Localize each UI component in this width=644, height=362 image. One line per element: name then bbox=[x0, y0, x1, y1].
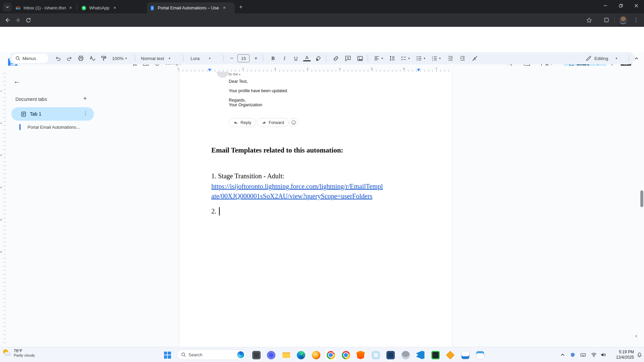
collapse-panel-button[interactable]: ‹ bbox=[635, 333, 637, 339]
sidebar-tab-1[interactable]: Tab 1 bbox=[11, 107, 94, 121]
tab-options-icon[interactable]: ⋮ bbox=[83, 111, 88, 116]
line-spacing-button[interactable] bbox=[388, 54, 396, 63]
doc-list-item-2[interactable]: 2. bbox=[211, 207, 216, 215]
google-docs-icon bbox=[150, 5, 155, 11]
forward-button[interactable] bbox=[14, 16, 22, 24]
toolbar-divider bbox=[223, 55, 224, 62]
taskbar-app-terminal[interactable] bbox=[460, 349, 471, 361]
taskbar-app-file-explorer[interactable] bbox=[280, 349, 292, 361]
add-comment-button[interactable] bbox=[343, 54, 352, 63]
align-button[interactable]: ▾ bbox=[372, 54, 384, 63]
taskbar-app-photos[interactable] bbox=[370, 349, 381, 361]
tab-close-icon[interactable]: ✕ bbox=[112, 5, 117, 11]
vertical-ruler[interactable] bbox=[4, 73, 6, 345]
tab-whatsapp[interactable]: WhatsApp ✕ bbox=[78, 2, 138, 13]
extensions-button[interactable] bbox=[602, 16, 610, 24]
chevron-down-icon: ▾ bbox=[125, 57, 127, 60]
notifications-button[interactable] bbox=[636, 351, 643, 358]
decrease-font-size-button[interactable]: − bbox=[228, 54, 235, 63]
insert-link-button[interactable] bbox=[331, 54, 340, 63]
right-indent-marker[interactable] bbox=[417, 69, 420, 71]
menus-search-button[interactable]: Menus bbox=[12, 54, 48, 63]
insert-image-button[interactable] bbox=[356, 54, 364, 63]
taskbar-app-contacts[interactable] bbox=[400, 349, 411, 361]
zoom-select[interactable]: 100%▾ bbox=[112, 54, 127, 63]
tray-touch-keyboard[interactable] bbox=[579, 351, 587, 358]
tab-google-docs-active[interactable]: Portal Email Automations – Use ✕ bbox=[147, 2, 235, 13]
taskbar-app-chrome-active[interactable] bbox=[325, 349, 336, 361]
window-maximize-button[interactable] bbox=[613, 0, 629, 11]
ruler-number: 1 bbox=[242, 67, 244, 70]
new-tab-button[interactable]: + bbox=[237, 3, 245, 11]
scrollbar-thumb[interactable] bbox=[640, 190, 643, 207]
increase-indent-button[interactable] bbox=[458, 54, 467, 63]
taskbar-search[interactable]: Search bbox=[177, 349, 247, 360]
tab-close-icon[interactable]: ✕ bbox=[222, 5, 227, 11]
weather-condition: Partly cloudy bbox=[14, 353, 35, 357]
taskbar-app-firefox[interactable] bbox=[310, 349, 322, 361]
chrome-icon bbox=[342, 351, 350, 359]
hidden-icons-button[interactable] bbox=[559, 351, 566, 358]
add-tab-button[interactable]: + bbox=[83, 95, 87, 102]
left-indent-marker[interactable] bbox=[208, 69, 211, 71]
window-minimize-button[interactable] bbox=[598, 0, 613, 11]
window-close-button[interactable] bbox=[629, 0, 644, 11]
diamond-app-icon bbox=[446, 351, 455, 360]
checklist-button[interactable]: ▾ bbox=[399, 54, 411, 63]
doc-link-line-2[interactable]: ate/00XJQ000001sSoX2AU/view?queryScope=u… bbox=[211, 192, 372, 200]
forward-arrow-icon bbox=[262, 120, 266, 125]
outline-item[interactable]: Portal Email Automations... bbox=[28, 125, 80, 130]
taskbar-app-edge[interactable] bbox=[295, 349, 307, 361]
spell-check-button[interactable] bbox=[88, 54, 97, 63]
font-size-input[interactable]: 15 bbox=[237, 54, 250, 63]
reload-button[interactable] bbox=[24, 16, 32, 24]
taskbar-app-chat[interactable] bbox=[265, 349, 277, 361]
taskbar-clock[interactable]: 5:19 PM 12/4/2025 bbox=[606, 349, 634, 360]
print-button[interactable] bbox=[76, 54, 85, 63]
taskbar-app-pycharm[interactable] bbox=[430, 349, 441, 361]
paint-format-button[interactable] bbox=[99, 54, 108, 63]
bulleted-list-button[interactable]: ▾ bbox=[415, 54, 427, 63]
taskbar-app-drawio[interactable] bbox=[444, 349, 456, 361]
undo-button[interactable] bbox=[54, 54, 62, 63]
weather-widget[interactable]: 76°F Partly cloudy bbox=[3, 349, 35, 357]
taskbar-app-mail[interactable] bbox=[385, 349, 396, 361]
tab-gmail[interactable]: Inbox (1) - ishann.tforce@gmai ✕ bbox=[13, 2, 75, 13]
decrease-indent-button[interactable] bbox=[446, 54, 455, 63]
bookmark-star-button[interactable] bbox=[585, 16, 593, 24]
document-page[interactable]: to me ▾ Dear Test, Your profile have bee… bbox=[179, 72, 452, 347]
numbered-list-button[interactable]: 123 ▾ bbox=[430, 54, 442, 63]
bold-button[interactable]: B bbox=[269, 54, 277, 63]
underline-button[interactable]: U bbox=[292, 54, 300, 63]
editing-mode-select[interactable]: Editing ▾ bbox=[580, 54, 623, 63]
redo-button[interactable] bbox=[65, 54, 74, 63]
italic-button[interactable]: I bbox=[280, 54, 288, 63]
tab-search-button[interactable] bbox=[3, 3, 12, 11]
sidebar-back-button[interactable]: ← bbox=[13, 77, 20, 85]
pencil-icon bbox=[586, 56, 591, 61]
taskbar-app-snipping-tool[interactable] bbox=[251, 349, 262, 361]
highlight-color-button[interactable] bbox=[314, 54, 323, 63]
star-icon bbox=[586, 17, 592, 23]
browser-profile-avatar[interactable] bbox=[619, 16, 627, 24]
doc-link-line-1[interactable]: https://isijoftoronto.lightning.force.co… bbox=[211, 183, 383, 190]
back-button[interactable] bbox=[3, 16, 11, 24]
collapse-toolbar-button[interactable] bbox=[632, 54, 641, 63]
notepad-icon bbox=[476, 351, 484, 359]
increase-font-size-button[interactable]: + bbox=[252, 54, 260, 63]
taskbar-app-brave[interactable] bbox=[355, 349, 366, 361]
paragraph-style-select[interactable]: Normal text▾ bbox=[141, 54, 170, 63]
clear-formatting-button[interactable]: A bbox=[470, 54, 479, 63]
tray-security-shield[interactable] bbox=[569, 351, 576, 358]
wifi-button[interactable] bbox=[590, 351, 598, 358]
text-color-button[interactable]: A bbox=[303, 55, 311, 61]
font-select[interactable]: Lora▾ bbox=[191, 54, 211, 63]
doc-heading[interactable]: Email Templates related to this automati… bbox=[211, 146, 343, 155]
taskbar-app-vscode[interactable] bbox=[415, 349, 426, 361]
taskbar-app-chrome-profile-2[interactable] bbox=[340, 349, 352, 361]
browser-menu-button[interactable]: ⋮ bbox=[632, 16, 640, 24]
taskbar-app-notepad[interactable] bbox=[474, 349, 486, 361]
start-button[interactable] bbox=[162, 349, 173, 361]
tab-close-icon[interactable]: ✕ bbox=[69, 5, 72, 11]
doc-list-item-1[interactable]: 1. Stage Transition - Adult: bbox=[211, 172, 284, 180]
